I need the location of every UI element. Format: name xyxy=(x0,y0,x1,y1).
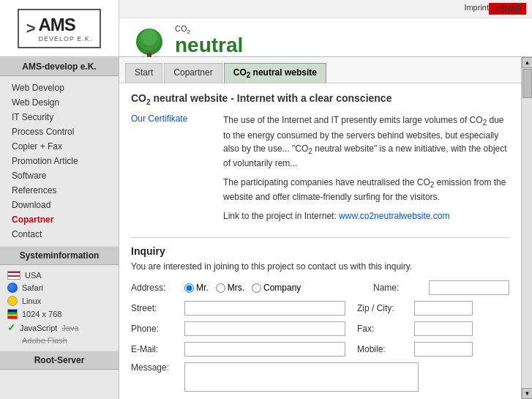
resolution-icon xyxy=(7,309,18,319)
sidebar-item-download[interactable]: Download xyxy=(0,198,119,212)
cert-link[interactable]: Our Certifikate xyxy=(131,113,187,124)
message-textarea[interactable] xyxy=(184,362,419,392)
mobile-label: Mobile: xyxy=(357,344,408,354)
page-title: CO2 neutral website - Internet with a cl… xyxy=(131,92,509,106)
sidebar-item-promotion[interactable]: Promotion Article xyxy=(0,154,119,168)
mr-radio[interactable] xyxy=(184,283,194,293)
company-label: Company xyxy=(263,283,301,293)
phone-row: Phone: Fax: xyxy=(131,321,509,336)
paragraph-1: The use of the Internet and IT presently… xyxy=(223,113,509,170)
mrs-radio-label[interactable]: Mrs. xyxy=(216,283,244,293)
tab-copartner[interactable]: Copartner xyxy=(164,63,222,83)
sidebar-item-web-develop[interactable]: Web Develop xyxy=(0,81,119,95)
logo-arrows-icon: > xyxy=(26,19,36,38)
company-radio-label[interactable]: Company xyxy=(252,283,301,293)
logo-ams: AMS xyxy=(38,15,92,35)
message-row: Message: xyxy=(131,362,509,392)
fax-input[interactable] xyxy=(414,321,473,336)
sidebar-nav: Web Develop Web Design IT Security Proce… xyxy=(0,76,119,246)
safari-icon xyxy=(7,283,18,293)
tab-co2-neutral[interactable]: CO2 neutral website xyxy=(224,63,326,83)
name-section: Name: xyxy=(373,280,509,295)
phone-label: Phone: xyxy=(131,324,179,334)
sidebar-item-process-control[interactable]: Process Control xyxy=(0,124,119,139)
inquiry-section: Inquiry You are interested in joining to… xyxy=(131,237,509,392)
page-content: CO2 neutral website - Internet with a cl… xyxy=(119,83,521,399)
paragraph-3: Link to the project in Internet: www.co2… xyxy=(223,209,509,223)
mrs-label: Mrs. xyxy=(228,283,244,293)
mr-label: Mr. xyxy=(196,283,209,293)
sys-safari: Safari xyxy=(0,281,119,294)
project-link[interactable]: www.co2neutralwebsite.com xyxy=(339,211,449,221)
cert-column: Our Certifikate xyxy=(131,113,211,228)
sidebar-item-web-design[interactable]: Web Design xyxy=(0,95,119,110)
sidebar-item-software[interactable]: Software xyxy=(0,168,119,183)
paragraph-2: The participating companies have neutral… xyxy=(223,176,509,204)
address-options: Mr. Mrs. Company xyxy=(184,283,353,293)
email-row: E-Mail: Mobile: xyxy=(131,342,509,357)
imprint-link[interactable]: Imprint xyxy=(464,3,489,15)
text-column: The use of the Internet and IT presently… xyxy=(223,113,509,228)
zip-input[interactable] xyxy=(414,301,473,316)
street-input[interactable] xyxy=(184,301,345,316)
sidebar-item-references[interactable]: References xyxy=(0,183,119,198)
zip-label: Zip / City: xyxy=(357,303,408,313)
root-server-title: Root-Server xyxy=(0,351,119,370)
fax-label: Fax: xyxy=(357,324,408,334)
address-row: Address: Mr. Mrs. xyxy=(131,280,509,295)
tab-start[interactable]: Start xyxy=(125,63,162,83)
main-content: Start Copartner CO2 neutral website CO2 … xyxy=(119,57,521,399)
phone-input[interactable] xyxy=(184,321,345,336)
content-layout: Our Certifikate The use of the Internet … xyxy=(131,113,509,228)
mrs-radio[interactable] xyxy=(216,283,225,293)
mobile-input[interactable] xyxy=(414,342,473,357)
scroll-track[interactable] xyxy=(522,68,532,388)
neutral-label: neutral xyxy=(175,35,243,56)
tabs-bar: Start Copartner CO2 neutral website xyxy=(119,57,521,83)
sys-info-section: USA Safari Linux 1024 x 768 ✓ JavaScript xyxy=(0,265,119,351)
street-row: Street: Zip / City: xyxy=(131,301,509,316)
linux-icon xyxy=(7,296,18,306)
street-label: Street: xyxy=(131,303,179,313)
scroll-down-button[interactable]: ▼ xyxy=(522,388,532,399)
vertical-scrollbar: ▲ ▼ xyxy=(521,57,532,399)
check-icon: ✓ xyxy=(7,322,15,333)
sidebar-item-copier-fax[interactable]: Copier + Fax xyxy=(0,139,119,154)
inquiry-title: Inquiry xyxy=(131,245,509,257)
inquiry-desc: You are interested in joining to this pr… xyxy=(131,261,509,272)
name-label: Name: xyxy=(373,283,424,293)
message-label: Message: xyxy=(131,362,179,373)
mr-radio-label[interactable]: Mr. xyxy=(184,283,209,293)
logo-sub: DEVELOP E.K. xyxy=(38,35,92,42)
sidebar: AMS-develop e.K. Web Develop Web Design … xyxy=(0,57,119,399)
share-icon: + xyxy=(493,4,498,13)
name-input[interactable] xyxy=(429,280,509,295)
sys-usa: USA xyxy=(0,269,119,281)
svg-point-3 xyxy=(141,29,157,45)
email-input[interactable] xyxy=(184,342,345,357)
sys-info-title: Systeminformation xyxy=(0,246,119,265)
sys-linux: Linux xyxy=(0,294,119,307)
sys-resolution: 1024 x 768 xyxy=(0,307,119,321)
share-button[interactable]: + SHAR xyxy=(489,3,526,15)
sidebar-item-copartner[interactable]: Copartner xyxy=(0,212,119,227)
logo-area: > AMS DEVELOP E.K. xyxy=(0,0,119,56)
sidebar-title: AMS-develop e.K. xyxy=(0,57,119,76)
scroll-up-button[interactable]: ▲ xyxy=(522,57,532,68)
email-label: E-Mail: xyxy=(131,344,179,354)
sys-flash: Adobe Flash xyxy=(0,335,119,346)
flag-usa-icon xyxy=(7,271,20,280)
sidebar-item-it-security[interactable]: IT Security xyxy=(0,110,119,124)
scroll-thumb[interactable] xyxy=(522,69,532,98)
sys-javascript: ✓ JavaScript Java xyxy=(0,321,119,335)
company-radio[interactable] xyxy=(252,283,261,293)
address-label: Address: xyxy=(131,283,179,293)
sidebar-item-contact[interactable]: Contact xyxy=(0,227,119,242)
